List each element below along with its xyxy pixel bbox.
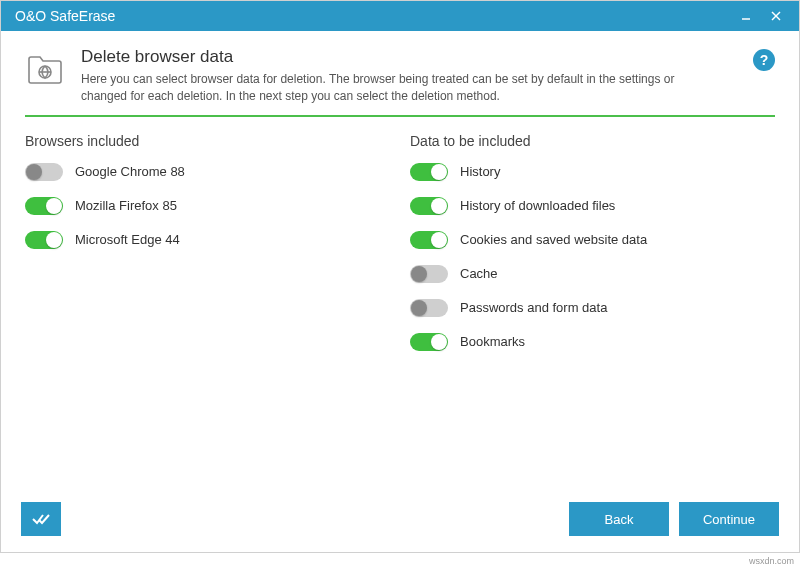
help-button[interactable]: ? [753, 49, 775, 71]
toggle-history[interactable] [410, 163, 448, 181]
toggle-knob [411, 266, 427, 282]
toggle-label: Bookmarks [460, 334, 525, 349]
header-text: Delete browser data Here you can select … [81, 47, 737, 105]
data-column: Data to be included History History of d… [410, 133, 775, 488]
toggle-knob [431, 198, 447, 214]
toggle-knob [431, 232, 447, 248]
toggle-label: Cache [460, 266, 498, 281]
toggle-download-history[interactable] [410, 197, 448, 215]
toggle-label: Microsoft Edge 44 [75, 232, 180, 247]
toggle-knob [431, 334, 447, 350]
app-window: O&O SafeErase Delete browser data Here y… [0, 0, 800, 553]
continue-button[interactable]: Continue [679, 502, 779, 536]
toggle-label: Mozilla Firefox 85 [75, 198, 177, 213]
browsers-column-title: Browsers included [25, 133, 390, 149]
data-column-title: Data to be included [410, 133, 775, 149]
toggle-chrome[interactable] [25, 163, 63, 181]
data-row-bookmarks: Bookmarks [410, 333, 775, 351]
back-button[interactable]: Back [569, 502, 669, 536]
toggle-knob [46, 198, 62, 214]
browsers-column: Browsers included Google Chrome 88 Mozil… [25, 133, 390, 488]
footer: Back Continue [1, 488, 799, 552]
page-title: Delete browser data [81, 47, 737, 67]
page-header: Delete browser data Here you can select … [1, 31, 799, 115]
browser-folder-icon [25, 49, 65, 89]
toggle-label: Cookies and saved website data [460, 232, 647, 247]
toggle-bookmarks[interactable] [410, 333, 448, 351]
toggle-label: History [460, 164, 500, 179]
data-row-history: History [410, 163, 775, 181]
toggle-knob [431, 164, 447, 180]
toggle-knob [26, 164, 42, 180]
toggle-firefox[interactable] [25, 197, 63, 215]
toggle-label: Passwords and form data [460, 300, 607, 315]
data-row-cookies: Cookies and saved website data [410, 231, 775, 249]
toggle-cache[interactable] [410, 265, 448, 283]
data-row-cache: Cache [410, 265, 775, 283]
close-icon [770, 10, 782, 22]
toggle-knob [46, 232, 62, 248]
toggle-knob [411, 300, 427, 316]
data-row-passwords: Passwords and form data [410, 299, 775, 317]
data-row-download-history: History of downloaded files [410, 197, 775, 215]
page-description: Here you can select browser data for del… [81, 71, 701, 105]
minimize-button[interactable] [731, 1, 761, 31]
close-button[interactable] [761, 1, 791, 31]
select-all-button[interactable] [21, 502, 61, 536]
browser-row-edge: Microsoft Edge 44 [25, 231, 390, 249]
double-check-icon [32, 513, 50, 525]
app-title: O&O SafeErase [15, 8, 731, 24]
toggle-label: History of downloaded files [460, 198, 615, 213]
content-area: Browsers included Google Chrome 88 Mozil… [1, 117, 799, 488]
watermark: wsxdn.com [749, 556, 794, 566]
toggle-cookies[interactable] [410, 231, 448, 249]
toggle-edge[interactable] [25, 231, 63, 249]
titlebar: O&O SafeErase [1, 1, 799, 31]
toggle-passwords[interactable] [410, 299, 448, 317]
toggle-label: Google Chrome 88 [75, 164, 185, 179]
minimize-icon [740, 10, 752, 22]
browser-row-firefox: Mozilla Firefox 85 [25, 197, 390, 215]
browser-row-chrome: Google Chrome 88 [25, 163, 390, 181]
